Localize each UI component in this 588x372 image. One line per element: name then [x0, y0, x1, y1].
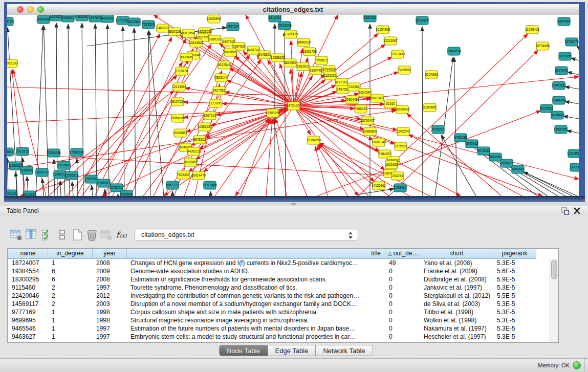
graph-node[interactable]: 2887682: [364, 15, 377, 22]
table-row[interactable]: 946554611997Estimation of the future num…: [8, 324, 558, 333]
graph-node[interactable]: 4055724: [7, 17, 14, 26]
graph-node[interactable]: 11548408: [525, 26, 539, 34]
graph-node[interactable]: 6791938: [454, 134, 467, 142]
graph-node[interactable]: 1159485: [424, 103, 437, 112]
graph-node[interactable]: 12213967: [383, 37, 398, 45]
graph-node[interactable]: 9245012: [466, 140, 478, 148]
memory-ok-indicator[interactable]: [573, 361, 581, 369]
graph-node[interactable]: 19166852: [173, 129, 188, 137]
graph-node[interactable]: 16353554: [198, 123, 212, 131]
graph-node[interactable]: 7485006: [398, 66, 411, 74]
graph-node[interactable]: 15718485: [203, 181, 217, 189]
graph-node[interactable]: 1615192: [385, 161, 398, 169]
graph-node[interactable]: 5015333: [24, 191, 36, 196]
graph-node[interactable]: 2063109: [7, 59, 18, 68]
graph-node[interactable]: 16961758: [302, 48, 317, 56]
graph-node[interactable]: 10807487: [370, 94, 385, 102]
table-row[interactable]: 1938455462009Genome-wide association stu…: [8, 267, 558, 275]
graph-node[interactable]: 1621022: [324, 72, 337, 80]
column-header-in_degree[interactable]: in_degree: [48, 249, 93, 259]
graph-node[interactable]: 20364486: [345, 96, 360, 104]
graph-node[interactable]: 1965245: [397, 127, 410, 136]
graph-node[interactable]: 11942737: [35, 168, 49, 177]
graph-node[interactable]: 14136161: [372, 182, 386, 190]
graph-node[interactable]: 1604662: [512, 165, 525, 173]
select-all-icon[interactable]: [40, 228, 55, 242]
tab-network-table[interactable]: Network Table: [316, 345, 373, 356]
graph-node[interactable]: 20206536: [47, 149, 61, 157]
graph-node[interactable]: 62160: [384, 100, 397, 108]
delete-table-icon[interactable]: [85, 228, 99, 242]
graph-node[interactable]: 4095218: [432, 125, 445, 134]
graph-node[interactable]: 117006: [210, 99, 222, 107]
create-table-icon[interactable]: [71, 228, 85, 242]
graph-node[interactable]: 16543862: [189, 39, 204, 47]
graph-node[interactable]: 252254: [391, 172, 404, 180]
graph-node[interactable]: 9875685: [224, 48, 237, 56]
graph-node[interactable]: 7625402: [177, 171, 190, 179]
function-builder-icon[interactable]: f(x): [115, 228, 129, 242]
graph-node[interactable]: 8822057: [284, 59, 297, 67]
graph-node[interactable]: 16914479: [191, 171, 206, 180]
graph-node[interactable]: 7955812: [315, 56, 328, 64]
graph-node[interactable]: 16099489: [183, 158, 198, 166]
network-table-select[interactable]: citations_edges.txt: [135, 229, 358, 241]
graph-node[interactable]: 1362615: [297, 62, 310, 71]
graph-node[interactable]: 1733426: [394, 184, 407, 192]
graph-node[interactable]: 4671958: [128, 18, 141, 26]
graph-node[interactable]: 2803144: [215, 74, 228, 82]
graph-node[interactable]: 16033809: [207, 15, 222, 23]
panel-splitter[interactable]: [0, 202, 588, 206]
graph-node[interactable]: 8215953: [540, 104, 553, 113]
graph-node[interactable]: 9498222: [187, 147, 200, 156]
graph-node[interactable]: 8912954: [182, 29, 195, 37]
graph-node[interactable]: 15692951: [554, 125, 569, 134]
graph-node[interactable]: 19384554: [307, 136, 321, 144]
graph-node[interactable]: 9154692: [425, 71, 438, 79]
graph-node[interactable]: 8641983: [489, 153, 502, 161]
graph-node[interactable]: 9242848: [218, 61, 231, 69]
table-row[interactable]: 1872400712008Changes of HCN gene express…: [8, 259, 558, 267]
graph-node[interactable]: 16210643: [550, 111, 565, 119]
network-view-titlebar[interactable]: citations_edges.txt: [7, 4, 579, 15]
graph-node[interactable]: 1527602: [89, 15, 102, 22]
graph-node[interactable]: 9465546: [62, 15, 75, 22]
graph-node[interactable]: 8813054: [269, 15, 281, 22]
table-row[interactable]: 946362711997Embryonic stem cells: a mode…: [8, 333, 558, 341]
graph-node[interactable]: 12093832: [552, 81, 567, 90]
graph-node[interactable]: 8186328: [209, 35, 222, 43]
graph-node[interactable]: 1677345: [570, 163, 579, 171]
graph-node[interactable]: 1913712: [16, 147, 29, 156]
show-column-icon[interactable]: [25, 228, 39, 242]
graph-node[interactable]: 1075233: [477, 147, 490, 155]
graph-node[interactable]: 16807249: [372, 138, 386, 146]
column-header-year[interactable]: year: [93, 249, 127, 259]
graph-node[interactable]: 12325419: [284, 30, 298, 38]
column-header-name[interactable]: name: [8, 249, 48, 259]
graph-node[interactable]: 7463822: [157, 24, 169, 32]
table-row[interactable]: 1830029562008Estimation of significance …: [8, 275, 558, 283]
graph-node[interactable]: 7857224: [227, 23, 239, 31]
graph-node[interactable]: 10025438: [395, 105, 410, 114]
graph-node[interactable]: 19218506: [277, 21, 292, 30]
graph-node[interactable]: 18107554: [170, 98, 185, 106]
graph-node[interactable]: 8860128: [168, 28, 181, 36]
graph-node[interactable]: 19654985: [170, 114, 185, 122]
graph-node[interactable]: 9890645: [180, 53, 193, 61]
graph-node[interactable]: 19734983: [535, 42, 550, 50]
graph-node[interactable]: 2016696: [120, 190, 133, 196]
graph-node[interactable]: 6466160: [101, 15, 114, 23]
graph-node[interactable]: 18640910: [296, 38, 311, 47]
table-row[interactable]: 2242004622012Investigating the contribut…: [8, 292, 558, 300]
float-window-icon[interactable]: [560, 207, 570, 217]
graph-node[interactable]: 9146821: [258, 51, 271, 59]
graph-node[interactable]: 18724007: [287, 102, 301, 110]
graph-node[interactable]: 9227343: [555, 67, 568, 75]
graph-node[interactable]: 15720407: [360, 117, 375, 125]
graph-node[interactable]: 9657771: [166, 181, 179, 189]
graph-node[interactable]: 16648784: [447, 47, 462, 55]
column-header-out_de[interactable]: △out_de…: [385, 249, 420, 259]
graph-node[interactable]: 10973493: [390, 50, 405, 58]
graph-node[interactable]: 15751074: [564, 38, 579, 46]
graph-node[interactable]: 1605332: [50, 15, 63, 21]
